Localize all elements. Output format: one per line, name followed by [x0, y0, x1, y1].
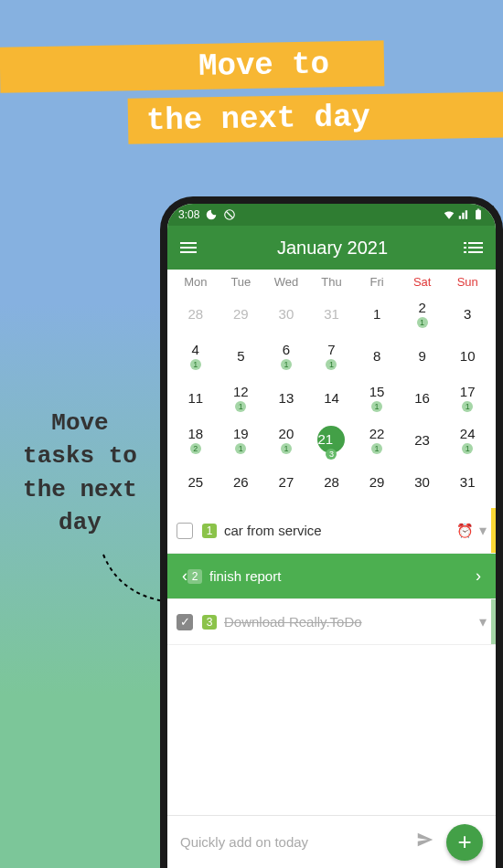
dow-label: Sun [444, 275, 490, 289]
task-row-swiped[interactable]: ‹2finish report› [167, 554, 496, 599]
battery-icon [472, 208, 485, 221]
calendar-day[interactable]: 16 [400, 376, 445, 418]
task-count-badge: 1 [371, 443, 382, 454]
calendar-day[interactable]: 9 [400, 334, 445, 376]
calendar-day[interactable]: 30 [263, 292, 309, 334]
calendar-day[interactable]: 14 [309, 376, 355, 418]
checkbox-checked[interactable]: ✓ [177, 614, 193, 630]
day-number: 31 [324, 306, 339, 322]
svg-rect-2 [477, 209, 479, 210]
task-text: car from service [224, 523, 456, 538]
calendar-day[interactable]: 213 [309, 418, 355, 460]
calendar-day[interactable]: 23 [400, 418, 445, 460]
calendar-day[interactable]: 11 [173, 376, 219, 418]
day-number: 17 [460, 384, 476, 399]
appbar-title[interactable]: January 2021 [197, 238, 468, 259]
calendar-day[interactable]: 171 [444, 376, 490, 418]
list-view-button[interactable] [468, 242, 483, 253]
task-row[interactable]: ✓3Download Really.ToDo▾ [167, 599, 496, 645]
promo-banner-1: Move to [0, 40, 384, 92]
day-number: 30 [279, 306, 294, 322]
task-count-badge: 3 [326, 449, 337, 460]
dow-label: Sat [400, 275, 445, 289]
task-index: 1 [202, 524, 217, 538]
calendar-day[interactable]: 121 [219, 376, 264, 418]
checkbox[interactable] [177, 523, 193, 539]
quick-add-bar: Quickly add on today + [167, 815, 496, 868]
calendar-day[interactable]: 1 [354, 292, 400, 334]
task-count-badge: 2 [190, 443, 201, 454]
day-number: 1 [373, 306, 380, 322]
phone-frame: 3:08 January 2021 MonTueWedThuFriSatSun … [160, 196, 503, 868]
day-number: 29 [369, 474, 385, 490]
calendar-day[interactable]: 3 [444, 292, 490, 334]
day-of-week-header: MonTueWedThuFriSatSun [173, 275, 490, 289]
day-number: 8 [373, 348, 380, 364]
chevron-down-icon[interactable]: ▾ [479, 613, 487, 630]
calendar-day[interactable]: 201 [263, 418, 309, 460]
send-button[interactable] [415, 830, 435, 855]
calendar-day[interactable]: 31 [444, 460, 490, 503]
calendar-day[interactable]: 221 [354, 418, 400, 460]
day-number: 29 [233, 306, 249, 322]
task-handle [491, 599, 496, 644]
dow-label: Fri [354, 275, 400, 289]
day-number: 12 [233, 384, 249, 399]
task-count-badge: 1 [462, 443, 473, 454]
add-task-fab[interactable]: + [446, 824, 483, 861]
task-count-badge: 1 [417, 317, 428, 328]
calendar-day[interactable]: 191 [219, 418, 264, 460]
calendar-day[interactable]: 61 [263, 334, 309, 376]
calendar-day[interactable]: 8 [354, 334, 400, 376]
calendar-day[interactable]: 29 [219, 292, 264, 334]
calendar-day[interactable]: 10 [444, 334, 490, 376]
task-row[interactable]: 1car from service⏰▾ [167, 508, 496, 554]
wifi-icon [443, 208, 455, 221]
day-number: 28 [324, 474, 339, 490]
day-number: 10 [460, 348, 476, 364]
day-number: 4 [192, 342, 199, 357]
dow-label: Mon [173, 275, 219, 289]
dnd-icon [223, 208, 236, 221]
calendar: MonTueWedThuFriSatSun 282930311213415617… [167, 270, 496, 503]
calendar-day[interactable]: 13 [263, 376, 309, 418]
calendar-day[interactable]: 28 [173, 292, 219, 334]
signal-icon [457, 208, 470, 221]
day-number: 20 [279, 426, 294, 441]
calendar-day[interactable]: 29 [354, 460, 400, 503]
calendar-day[interactable]: 182 [173, 418, 219, 460]
calendar-day[interactable]: 27 [263, 460, 309, 503]
send-icon [415, 830, 435, 850]
calendar-day[interactable]: 241 [444, 418, 490, 460]
task-count-badge: 1 [281, 443, 292, 454]
calendar-day[interactable]: 5 [219, 334, 264, 376]
calendar-day[interactable]: 26 [219, 460, 264, 503]
calendar-day[interactable]: 151 [354, 376, 400, 418]
chevron-down-icon[interactable]: ▾ [479, 522, 487, 539]
status-bar: 3:08 [167, 204, 496, 226]
task-count-badge: 1 [281, 359, 292, 370]
calendar-day[interactable]: 71 [309, 334, 355, 376]
calendar-day[interactable]: 21 [400, 292, 445, 334]
calendar-day[interactable]: 41 [173, 334, 219, 376]
task-index: 3 [202, 615, 217, 630]
calendar-day[interactable]: 28 [309, 460, 355, 503]
calendar-day[interactable]: 25 [173, 460, 219, 503]
chevron-right-icon[interactable]: › [476, 566, 481, 586]
day-number: 28 [187, 306, 203, 322]
quick-add-input[interactable]: Quickly add on today [180, 834, 415, 850]
day-number: 19 [233, 426, 249, 441]
svg-rect-1 [476, 210, 481, 220]
day-number: 9 [418, 348, 425, 364]
day-number: 16 [414, 390, 430, 406]
alarm-icon: ⏰ [456, 523, 474, 539]
task-count-badge: 1 [235, 443, 246, 454]
task-text: finish report [209, 568, 476, 584]
menu-button[interactable] [180, 242, 197, 253]
task-count-badge: 1 [190, 359, 201, 370]
day-number: 14 [324, 390, 339, 406]
day-number: 30 [414, 474, 430, 490]
task-count-badge: 1 [371, 401, 382, 412]
calendar-day[interactable]: 31 [309, 292, 355, 334]
calendar-day[interactable]: 30 [400, 460, 445, 503]
